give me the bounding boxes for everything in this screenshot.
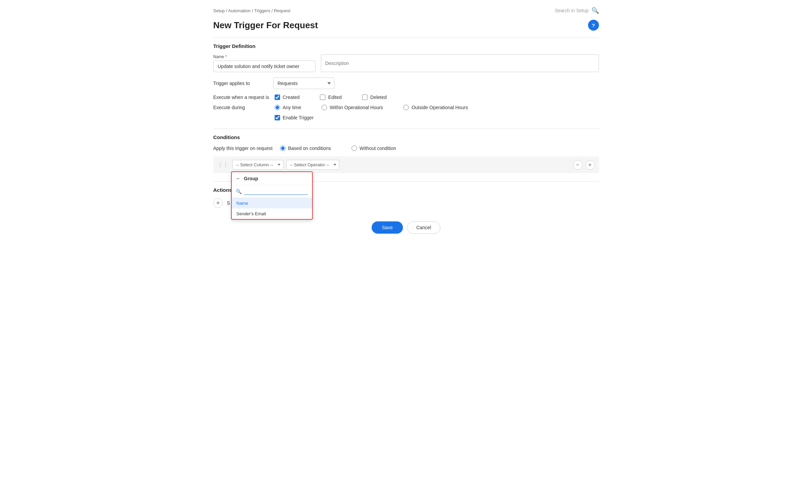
created-checkbox[interactable] (275, 95, 280, 100)
deleted-checkbox-label[interactable]: Deleted (362, 95, 387, 100)
apply-label: Apply this trigger on request (213, 146, 275, 151)
outside-operational-radio[interactable] (403, 105, 409, 110)
dropdown-search-input[interactable] (244, 188, 308, 195)
within-operational-label: Within Operational Hours (330, 105, 383, 110)
breadcrumb: Setup / Automation / Triggers / Request (213, 8, 291, 13)
enable-trigger-checkbox[interactable] (275, 115, 280, 120)
edited-checkbox-label[interactable]: Edited (320, 95, 342, 100)
conditions-section: Conditions Apply this trigger on request… (213, 129, 599, 173)
required-indicator: * (225, 54, 227, 59)
outside-operational-label: Outside Operational Hours (411, 105, 468, 110)
deleted-label: Deleted (370, 95, 387, 100)
name-input[interactable]: Update solution and notify ticket owner (213, 61, 315, 72)
edited-label: Edited (328, 95, 342, 100)
condition-filter-row: ⋮⋮ -- Select Column -- -- Select Operato… (213, 156, 599, 173)
page-title: New Trigger For Request (213, 20, 318, 31)
trigger-definition-title: Trigger Definition (213, 43, 599, 49)
help-button[interactable]: ? (588, 20, 599, 31)
group-dropdown-popup: ← Group 🔍 Name Sender's Email (231, 171, 313, 220)
dropdown-title: Group (244, 176, 258, 181)
save-button[interactable]: Save (372, 221, 403, 234)
conditions-title: Conditions (213, 134, 599, 140)
execute-during-row: Execute during Any time Within Operation… (213, 105, 599, 110)
add-action-button[interactable]: + (213, 198, 223, 208)
search-icon[interactable]: 🔍 (591, 7, 599, 14)
execute-during-label: Execute during (213, 105, 275, 110)
trigger-definition-section: Trigger Definition Name * Update solutio… (213, 37, 599, 120)
execute-when-row: Execute when a request is Created Edited… (213, 95, 599, 100)
dropdown-search-icon: 🔍 (236, 189, 242, 194)
edited-checkbox[interactable] (320, 95, 325, 100)
apply-trigger-row: Apply this trigger on request Based on c… (213, 146, 599, 151)
dropdown-header: ← Group (232, 172, 312, 185)
outside-operational-radio-label[interactable]: Outside Operational Hours (403, 105, 468, 110)
without-condition-label: Without condition (360, 146, 396, 151)
without-condition-radio-label[interactable]: Without condition (352, 146, 396, 151)
description-input[interactable] (321, 54, 599, 72)
trigger-applies-select[interactable]: Requests Changes Problems Assets (273, 78, 335, 89)
without-condition-radio[interactable] (352, 146, 357, 151)
trigger-applies-row: Trigger applies to Requests Changes Prob… (213, 78, 599, 89)
based-conditions-radio-label[interactable]: Based on conditions (280, 146, 331, 151)
trigger-applies-label: Trigger applies to (213, 81, 268, 86)
any-time-label: Any time (283, 105, 301, 110)
based-conditions-label: Based on conditions (288, 146, 331, 151)
dropdown-item-senders-email[interactable]: Sender's Email (232, 208, 312, 219)
search-input-label: Search in Setup (555, 8, 589, 13)
bottom-buttons: Save Cancel (213, 221, 599, 234)
cancel-button[interactable]: Cancel (407, 221, 440, 234)
operator-select[interactable]: -- Select Operator -- (286, 160, 339, 170)
deleted-checkbox[interactable] (362, 95, 368, 100)
created-label: Created (283, 95, 300, 100)
add-condition-button[interactable]: + (585, 160, 595, 170)
name-label: Name * (213, 54, 315, 59)
any-time-radio-label[interactable]: Any time (275, 105, 301, 110)
dropdown-back-button[interactable]: ← (236, 175, 241, 182)
remove-condition-button[interactable]: − (573, 160, 583, 170)
created-checkbox-label[interactable]: Created (275, 95, 300, 100)
column-select[interactable]: -- Select Column -- (232, 160, 283, 170)
based-conditions-radio[interactable] (280, 146, 286, 151)
enable-trigger-label[interactable]: Enable Trigger (275, 115, 314, 120)
enable-trigger-row: Enable Trigger (213, 115, 599, 120)
execute-when-label: Execute when a request is (213, 95, 275, 100)
search-area: Search in Setup 🔍 (555, 7, 599, 14)
dropdown-search-area: 🔍 (232, 185, 312, 198)
within-operational-radio-label[interactable]: Within Operational Hours (322, 105, 383, 110)
within-operational-radio[interactable] (322, 105, 327, 110)
enable-trigger-text: Enable Trigger (283, 115, 314, 120)
action-placeholder: S (227, 200, 230, 206)
dropdown-item-name[interactable]: Name (232, 198, 312, 208)
any-time-radio[interactable] (275, 105, 280, 110)
drag-handle-icon[interactable]: ⋮⋮ (217, 162, 228, 168)
